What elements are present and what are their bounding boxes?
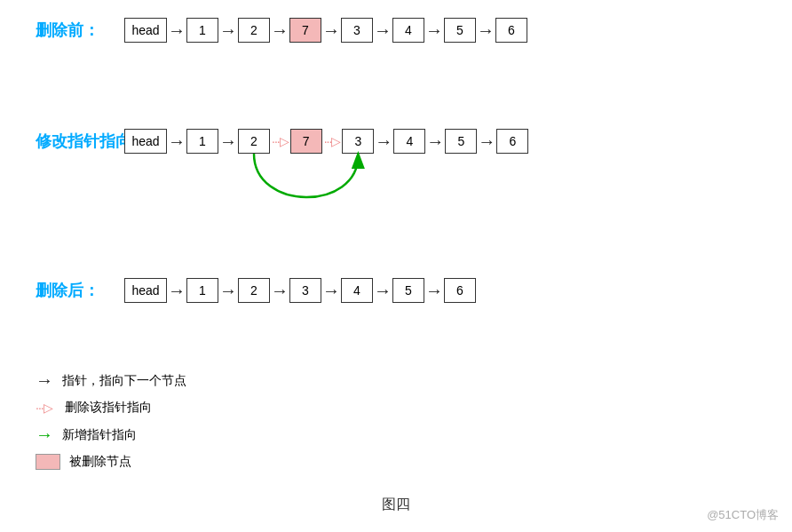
chain-after: head → 1 → 2 → 3 → 4 → 5 → 6 (124, 278, 476, 303)
arr-modify-0: → (168, 131, 186, 152)
watermark: @51CTO博客 (707, 507, 779, 523)
chain-modify: head → 1 → 2 ···▷ 7 ···▷ 3 → 4 → 5 → 6 (124, 129, 528, 154)
legend-black-text: 指针，指向下一个节点 (62, 373, 186, 389)
arr-after-3: → (322, 281, 340, 301)
node-3-modify: 3 (342, 129, 374, 154)
legend-green-arrow: → (36, 425, 53, 445)
arr-after-4: → (374, 281, 392, 301)
diagram-container: 删除前： head → 1 → 2 → 7 → 3 → 4 → 5 → 6 修改… (0, 0, 792, 532)
arr-before-5: → (425, 20, 443, 41)
node-1-after: 1 (186, 278, 218, 303)
node-4-before: 4 (392, 18, 424, 43)
legend-item-green: → 新增指针指向 (36, 425, 186, 445)
arr-modify-dashed-2: ···▷ (324, 134, 341, 148)
label-after: 删除后： (36, 280, 99, 301)
node-6-after: 6 (444, 278, 476, 303)
legend-item-dashed: ···▷ 删除该指针指向 (36, 400, 186, 416)
arr-before-0: → (168, 20, 186, 41)
label-before: 删除前： (36, 20, 99, 41)
legend-dashed-arrow: ···▷ (36, 401, 52, 415)
legend-deleted-box (36, 454, 60, 470)
legend-item-deleted: 被删除节点 (36, 454, 186, 470)
arr-after-1: → (219, 281, 237, 301)
node-4-modify: 4 (393, 129, 425, 154)
node-1-before: 1 (186, 18, 218, 43)
arr-before-1: → (219, 20, 237, 41)
arr-after-5: → (425, 281, 443, 301)
row-after-label: 删除后： (36, 280, 99, 301)
arr-modify-4: → (478, 131, 495, 152)
node-5-modify: 5 (445, 129, 477, 154)
node-2-before: 2 (238, 18, 270, 43)
arr-before-6: → (477, 20, 495, 41)
legend-item-black: → 指针，指向下一个节点 (36, 370, 186, 391)
arr-after-2: → (271, 281, 289, 301)
arr-after-0: → (168, 281, 186, 301)
arr-modify-1: → (219, 131, 237, 152)
arr-before-3: → (322, 20, 340, 41)
row-before: 删除前： (36, 20, 99, 41)
legend-green-text: 新增指针指向 (62, 427, 137, 443)
arr-before-4: → (374, 20, 392, 41)
node-5-after: 5 (392, 278, 424, 303)
node-5-before: 5 (444, 18, 476, 43)
arr-modify-2: → (375, 131, 392, 152)
node-head-after: head (124, 278, 167, 303)
legend: → 指针，指向下一个节点 ···▷ 删除该指针指向 → 新增指针指向 被删除节点 (36, 370, 186, 479)
node-7-before: 7 (289, 18, 321, 43)
node-7-modify: 7 (290, 129, 322, 154)
node-6-modify: 6 (496, 129, 528, 154)
node-6-before: 6 (495, 18, 527, 43)
node-2-modify: 2 (238, 129, 270, 154)
legend-deleted-text: 被删除节点 (69, 454, 131, 470)
node-2-after: 2 (238, 278, 270, 303)
legend-dashed-text: 删除该指针指向 (65, 400, 152, 416)
arr-modify-3: → (426, 131, 444, 152)
node-1-modify: 1 (186, 129, 218, 154)
node-3-after: 3 (289, 278, 321, 303)
node-head-before: head (124, 18, 167, 43)
node-3-before: 3 (341, 18, 373, 43)
chain-before: head → 1 → 2 → 7 → 3 → 4 → 5 → 6 (124, 18, 527, 43)
node-head-modify: head (124, 129, 167, 154)
node-4-after: 4 (341, 278, 373, 303)
arr-before-2: → (271, 20, 289, 41)
figure-label: 图四 (382, 496, 410, 514)
legend-black-arrow: → (36, 370, 53, 391)
arr-modify-dashed-1: ···▷ (272, 134, 289, 148)
